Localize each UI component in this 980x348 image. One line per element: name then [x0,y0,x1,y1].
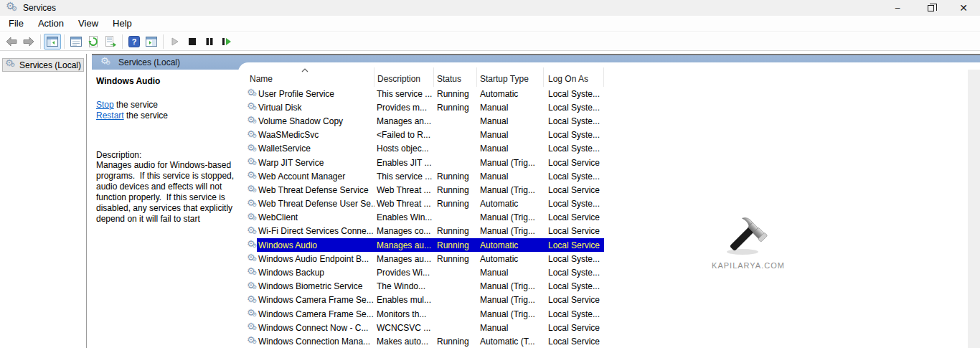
service-table-body: ⚙⚙User Profile ServiceThis service ...Ru… [238,87,968,348]
stop-service-line: Stop the service [96,100,238,110]
restore-button[interactable] [914,0,947,16]
service-startup-type: Manual (Trig... [477,295,544,305]
service-name: Windows Audio Endpoint B... [257,254,374,264]
stop-service-button[interactable] [184,34,201,50]
table-row[interactable]: ⚙⚙Windows Camera Frame Se...Enables mul.… [238,293,968,307]
show-action-pane-button[interactable] [143,34,160,50]
table-row[interactable]: ⚙⚙User Profile ServiceThis service ...Ru… [238,87,968,100]
service-description: Monitors th... [374,309,434,319]
service-description: Web Threat ... [374,199,434,209]
restart-service-line: Restart the service [96,110,238,121]
back-button[interactable] [3,34,20,50]
column-header-name[interactable]: Name [238,67,374,87]
service-startup-type: Manual (Trig... [477,226,544,236]
table-row[interactable]: ⚙⚙Virtual DiskProvides m...RunningManual… [238,100,968,114]
table-row[interactable]: ⚙⚙Web Threat Defense ServiceWeb Threat .… [238,183,968,197]
service-log-on-as: Local Syste... [544,89,604,99]
help-button[interactable]: ? [126,34,143,50]
menu-view[interactable]: View [71,17,105,30]
table-row[interactable]: ⚙⚙Windows BackupProvides Wi...ManualLoca… [238,265,968,279]
service-name: Windows Audio [257,240,374,250]
sort-ascending-icon [301,67,308,73]
window-title: Services [23,3,56,13]
table-row[interactable]: ⚙⚙Web Threat Defense User Se...Web Threa… [238,197,968,211]
services-node-icon: ⚙ ⚙ [5,60,16,70]
stop-service-link[interactable]: Stop [96,100,114,110]
description-text: Manages audio for Windows-based programs… [96,160,237,225]
menu-file[interactable]: File [1,17,31,30]
service-log-on-as: Local Syste... [544,309,604,319]
service-name: WebClient [257,212,374,222]
service-name: Web Account Manager [257,171,374,182]
service-startup-type: Manual [477,103,544,113]
menu-bar: File Action View Help [0,16,980,32]
service-log-on-as: Local Service [544,158,604,168]
restart-service-link[interactable]: Restart [96,110,124,121]
table-row[interactable]: ⚙⚙Windows Biometric ServiceThe Windo...M… [238,280,968,293]
table-row[interactable]: ⚙⚙Windows Connect Now - C...WCNCSVC ...M… [238,321,968,334]
properties-button[interactable] [67,34,85,50]
start-service-button[interactable] [166,34,184,50]
service-name: Windows Backup [257,268,374,278]
services-window: ⚙ ⚙ Services – ✕ File Action View Help [0,0,980,348]
service-name: Volume Shadow Copy [257,116,374,126]
export-list-button[interactable] [102,34,119,50]
column-header-status[interactable]: Status [434,67,477,87]
toolbar-separator [64,34,65,49]
table-row[interactable]: ⚙⚙Web Account ManagerThis service ...Run… [238,169,968,183]
service-startup-type: Manual [477,144,544,154]
minimize-button[interactable]: – [881,0,914,16]
menu-help[interactable]: Help [105,17,139,30]
service-log-on-as: Local Syste... [544,199,604,209]
action-pane-icon [146,37,157,47]
service-name: Windows Camera Frame Se... [257,295,374,305]
selected-service-title: Windows Audio [96,76,238,86]
table-row[interactable]: ⚙⚙Windows Audio Endpoint B...Manages au.… [238,252,968,265]
service-description: <Failed to R... [374,130,434,140]
service-description-pane: Windows Audio Stop the service Restart t… [92,70,238,348]
service-log-on-as: Local Syste... [544,103,604,113]
service-gear-icon: ⚙⚙ [238,334,257,348]
table-row[interactable]: ⚙⚙WaaSMedicSvc<Failed to R...ManualLocal… [238,128,968,142]
table-row[interactable]: ⚙⚙Windows Camera Frame Se...Monitors th.… [238,307,968,321]
column-header-description[interactable]: Description [374,67,434,87]
sidebar-item-services-local[interactable]: ⚙ ⚙ Services (Local) [2,58,84,72]
restart-service-button[interactable] [218,34,235,50]
table-row[interactable]: ⚙⚙WalletServiceHosts objec...ManualLocal… [238,142,968,156]
table-row[interactable]: ⚙⚙Windows Connection Mana...Makes auto..… [238,334,968,348]
table-row[interactable]: ⚙⚙Volume Shadow CopyManages an...ManualL… [238,114,968,128]
refresh-button[interactable] [85,34,102,50]
service-startup-type: Automatic [477,254,544,264]
service-description: Manages co... [374,226,434,236]
forward-button[interactable] [20,34,37,50]
hammer-logo-icon [712,211,784,257]
service-description: Manages an... [374,116,434,126]
service-status: Running [434,103,477,113]
close-button[interactable]: ✕ [947,0,980,16]
service-name: WaaSMedicSvc [257,130,374,140]
service-log-on-as: Local Syste... [544,144,604,154]
service-gear-icon: ⚙⚙ [238,183,257,197]
pause-service-button[interactable] [201,34,218,50]
table-row[interactable]: ⚙⚙Warp JIT ServiceEnables JIT ...Manual … [238,156,968,169]
service-gear-icon: ⚙⚙ [238,169,257,183]
service-log-on-as: Local Service [544,185,604,195]
service-name: WalletService [257,144,374,154]
column-header-startup-type[interactable]: Startup Type [477,67,544,87]
show-console-tree-button[interactable] [44,34,61,50]
service-startup-type: Manual [477,268,544,278]
table-row[interactable]: ⚙⚙Wi-Fi Direct Services Conne...Manages … [238,225,968,238]
table-row[interactable]: ⚙⚙Windows AudioManages au...RunningAutom… [238,238,968,252]
service-startup-type: Manual (Trig... [477,158,544,168]
menu-action[interactable]: Action [31,17,71,30]
table-row[interactable]: ⚙⚙WebClientEnables Win...Manual (Trig...… [238,211,968,225]
service-gear-icon: ⚙⚙ [238,211,257,225]
console-tree-pane: ⚙ ⚙ Services (Local) [0,54,87,348]
vertical-scrollbar[interactable] [968,70,980,348]
service-gear-icon: ⚙⚙ [238,238,257,252]
service-status: Running [434,199,477,209]
pause-icon [205,37,214,46]
toolbar: ? [0,32,980,51]
service-name: Windows Camera Frame Se... [257,309,374,319]
column-header-log-on-as[interactable]: Log On As [544,67,604,87]
